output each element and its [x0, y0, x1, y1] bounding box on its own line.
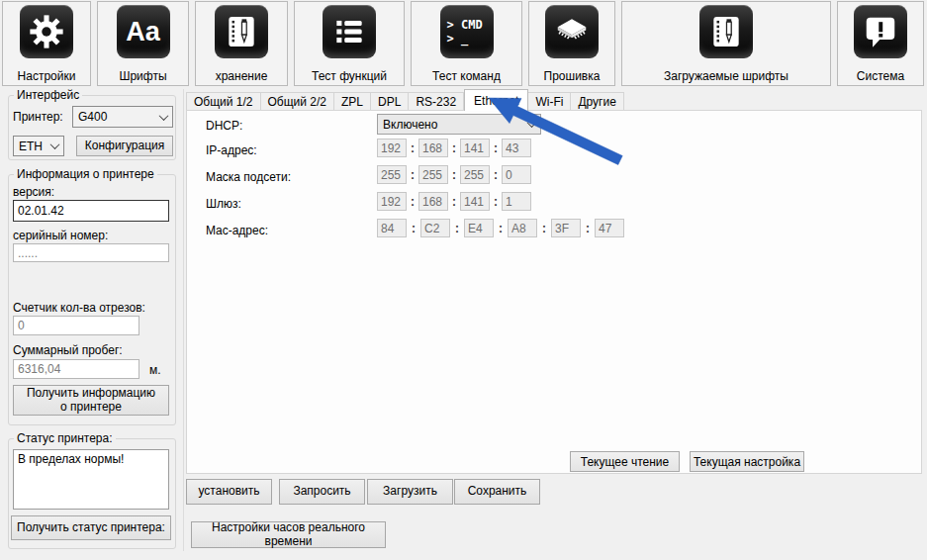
- mask-octet-3[interactable]: [460, 165, 490, 184]
- port-select-value: ETH: [19, 140, 43, 153]
- mask-octet-2[interactable]: [418, 165, 448, 184]
- list-icon: [323, 5, 376, 58]
- gear-icon: [20, 5, 73, 58]
- settings-tab-bar: Общий 1/2 Общий 2/2 ZPL DPL RS-232 Ether…: [186, 91, 624, 111]
- ip-address-label: IP-адрес:: [206, 143, 257, 157]
- mask-octet-1[interactable]: [377, 165, 407, 184]
- mac-octet-4[interactable]: [508, 219, 537, 237]
- mask-octet-4[interactable]: [502, 165, 531, 184]
- toolbar-label: Шрифты: [119, 69, 166, 83]
- gateway-octet-2[interactable]: [418, 192, 448, 211]
- gateway-label: Шлюз:: [206, 197, 241, 211]
- speech-bubble-exclamation-icon: [854, 5, 907, 58]
- toolbar-button-fonts[interactable]: Aa Шрифты: [97, 1, 189, 86]
- cuts-counter-field[interactable]: 0: [13, 316, 139, 335]
- ip-octet-4[interactable]: [502, 139, 531, 157]
- chevron-down-icon: [527, 118, 537, 128]
- toolbar-button-loadable-fonts[interactable]: Загружаемые шрифты: [621, 1, 831, 86]
- toolbar-button-settings[interactable]: Настройки: [2, 1, 91, 86]
- gateway-fields: : : :: [377, 192, 531, 211]
- mac-octet-2[interactable]: [420, 219, 450, 237]
- version-field[interactable]: 02.01.42: [13, 200, 169, 222]
- dhcp-select[interactable]: Включено: [377, 114, 541, 135]
- dhcp-select-value: Включено: [383, 118, 437, 132]
- toolbar-button-test-functions[interactable]: Тест функций: [294, 1, 405, 86]
- printer-status-textarea[interactable]: В пределах нормы!: [13, 449, 169, 510]
- save-button[interactable]: Сохранить: [454, 479, 540, 505]
- printer-select[interactable]: G400: [72, 106, 173, 128]
- sidebar-divider: [183, 89, 184, 551]
- get-printer-info-button[interactable]: Получить информацию о принтере: [13, 385, 169, 416]
- gateway-octet-1[interactable]: [377, 192, 407, 211]
- configuration-button[interactable]: Конфигурация: [76, 136, 173, 156]
- current-read-button[interactable]: Текущее чтение: [570, 451, 680, 472]
- printer-status-group-title: Статус принтера:: [14, 431, 116, 445]
- serial-number-field[interactable]: ......: [13, 243, 169, 262]
- tab-dpl[interactable]: DPL: [371, 92, 409, 111]
- tab-rs232[interactable]: RS-232: [409, 92, 464, 111]
- toolbar-button-test-commands[interactable]: > CMD> _ Тест команд: [411, 1, 522, 86]
- notebook-pencil-icon: [699, 5, 753, 58]
- printer-status-groupbox: Статус принтера: В пределах нормы! Получ…: [8, 438, 176, 549]
- printer-select-value: G400: [78, 110, 107, 124]
- mac-octet-5[interactable]: [551, 219, 581, 237]
- chevron-down-icon: [50, 140, 60, 149]
- ip-octet-1[interactable]: [377, 139, 407, 157]
- chevron-down-icon: [159, 111, 169, 121]
- dhcp-label: DHCP:: [206, 119, 242, 133]
- toolbar-button-firmware[interactable]: Прошивка: [528, 1, 615, 86]
- printer-label: Принтер:: [13, 110, 63, 124]
- notebook-pencil-icon: [215, 5, 268, 58]
- subnet-mask-fields: : : :: [377, 165, 531, 184]
- version-label: версия:: [13, 185, 54, 199]
- get-printer-status-button[interactable]: Получить статус принтера:: [11, 515, 171, 540]
- mileage-field[interactable]: 6316,04: [13, 359, 139, 379]
- toolbar-button-system[interactable]: Система: [837, 1, 924, 86]
- tab-others[interactable]: Другие: [571, 92, 623, 111]
- tab-wifi[interactable]: Wi-Fi: [528, 92, 571, 111]
- gateway-octet-4[interactable]: [502, 192, 531, 211]
- fonts-aa-icon: Aa: [117, 5, 170, 58]
- toolbar-label: хранение: [216, 69, 268, 83]
- mileage-label: Суммарный пробег:: [13, 343, 123, 357]
- tab-zpl[interactable]: ZPL: [334, 92, 371, 111]
- chip-icon: [545, 5, 599, 58]
- toolbar-label: Прошивка: [544, 69, 601, 83]
- ip-address-fields: : : :: [377, 139, 531, 157]
- request-button[interactable]: Запросить: [279, 479, 365, 505]
- toolbar-label: Настройки: [18, 69, 76, 83]
- serial-number-label: серийный номер:: [13, 229, 108, 242]
- cuts-counter-label: Счетчик кол-ва отрезов:: [13, 301, 145, 315]
- ip-octet-2[interactable]: [418, 139, 448, 157]
- terminal-icon: > CMD> _: [440, 5, 494, 58]
- toolbar-label: Система: [857, 69, 904, 83]
- mac-octet-6[interactable]: [595, 219, 624, 237]
- printer-info-group-title: Информация о принтере: [14, 167, 157, 181]
- tab-ethernet[interactable]: Ethernet: [464, 89, 528, 111]
- mileage-unit-label: м.: [149, 363, 161, 377]
- ethernet-tab-panel: DHCP: Включено IP-адрес: : : : Маска под…: [186, 110, 922, 474]
- set-button[interactable]: установить: [186, 479, 272, 505]
- printer-utility-window: Настройки Aa Шрифты хранение: [0, 0, 927, 560]
- mac-address-label: Mac-адрес:: [206, 224, 268, 237]
- toolbar-button-storage[interactable]: хранение: [195, 1, 288, 86]
- subnet-mask-label: Маска подсети:: [206, 170, 291, 184]
- ip-octet-3[interactable]: [460, 139, 490, 157]
- toolbar-label: Загружаемые шрифты: [664, 69, 788, 83]
- load-button[interactable]: Загрузить: [367, 479, 453, 505]
- toolbar-label: Тест команд: [432, 69, 501, 83]
- printer-info-groupbox: Информация о принтере версия: 02.01.42 с…: [8, 174, 176, 425]
- mac-octet-1[interactable]: [377, 219, 407, 237]
- rtc-settings-button[interactable]: Настройки часов реального времени: [191, 521, 386, 548]
- tab-general-1[interactable]: Общий 1/2: [186, 92, 261, 111]
- current-setting-button[interactable]: Текущая настройка: [690, 451, 804, 472]
- gateway-octet-3[interactable]: [460, 192, 490, 211]
- port-select[interactable]: ETH: [13, 136, 64, 156]
- interface-groupbox: Интерфейс Принтер: G400 ETH Конфигурация: [8, 95, 176, 160]
- tab-general-2[interactable]: Общий 2/2: [261, 92, 335, 111]
- interface-group-title: Интерфейс: [14, 88, 82, 102]
- mac-octet-3[interactable]: [464, 219, 494, 237]
- mac-address-fields: : : : : :: [377, 219, 624, 237]
- toolbar-label: Тест функций: [312, 69, 387, 83]
